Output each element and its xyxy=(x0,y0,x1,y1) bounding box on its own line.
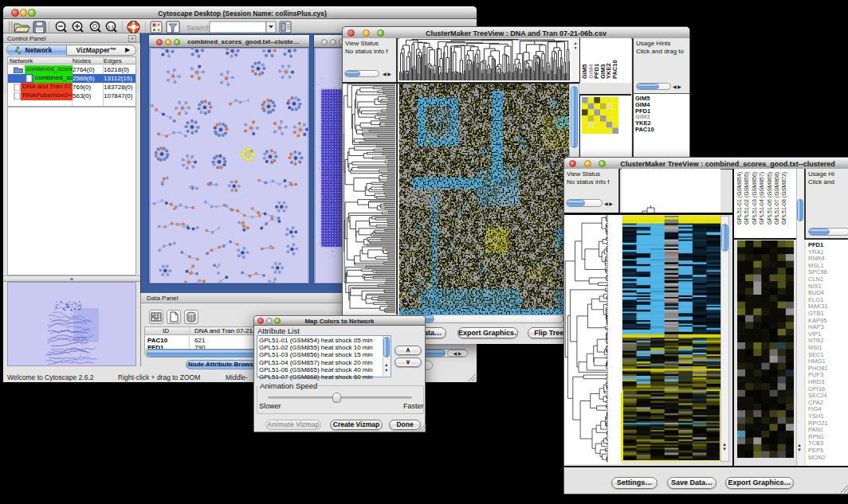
svg-text:1:1: 1:1 xyxy=(108,25,114,29)
svg-text:Search:: Search: xyxy=(186,23,213,32)
